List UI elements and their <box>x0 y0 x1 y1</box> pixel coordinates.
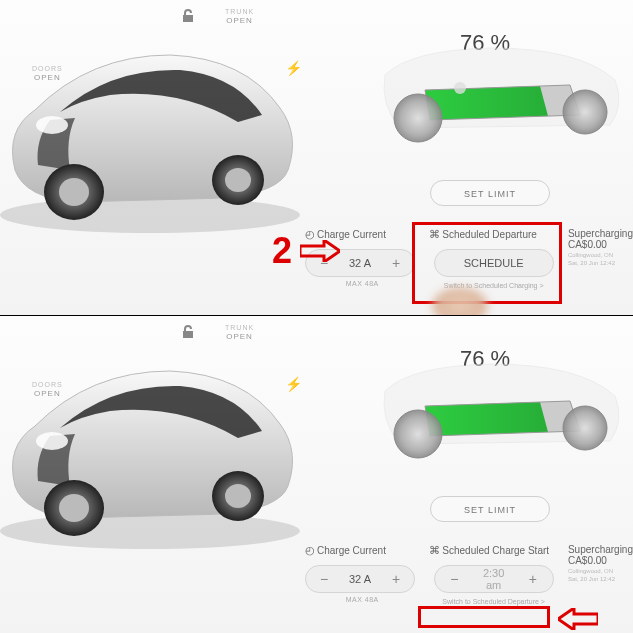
annotation-highlight-box <box>412 222 562 304</box>
vehicle-3d-render <box>0 336 320 556</box>
pin-icon: ⌘ <box>429 544 440 556</box>
supercharging-location: Collingwood, ON <box>568 568 633 574</box>
time-plus-button[interactable]: + <box>513 571 552 587</box>
supercharging-title: Supercharging <box>568 228 633 239</box>
vehicle-3d-render <box>0 20 320 240</box>
screenshot-bottom-panel: TRUNK OPEN DOORS OPEN ⚡ 76 % <box>0 316 633 633</box>
annotation-highlight-box <box>418 606 550 628</box>
svg-point-0 <box>0 197 300 233</box>
svg-point-4 <box>225 168 251 192</box>
plus-button[interactable]: + <box>378 255 414 271</box>
time-minus-button[interactable]: − <box>435 571 474 587</box>
battery-render <box>370 346 630 486</box>
charge-current-stepper[interactable]: − 32 A + <box>305 565 415 593</box>
charge-current-max: MAX 48A <box>305 280 419 287</box>
supercharging-amount: CA$0.00 <box>568 239 633 250</box>
set-limit-button[interactable]: SET LIMIT <box>430 180 550 206</box>
clock-icon: ◴ <box>305 544 315 556</box>
supercharging-section[interactable]: Supercharging CA$0.00 Collingwood, ON Sa… <box>568 228 633 308</box>
charge-current-max: MAX 48A <box>305 596 419 603</box>
annotation-arrow-icon <box>300 240 340 262</box>
scheduled-time-value: 2:30 am <box>474 567 513 591</box>
svg-point-13 <box>59 494 89 522</box>
scheduled-time-stepper[interactable]: − 2:30 am + <box>434 565 554 593</box>
supercharging-location: Collingwood, ON <box>568 252 633 258</box>
svg-point-10 <box>454 82 466 94</box>
svg-point-16 <box>36 432 68 450</box>
supercharging-title: Supercharging <box>568 544 633 555</box>
battery-render <box>370 30 630 170</box>
annotation-step-number: 2 <box>272 230 292 272</box>
screenshot-top-panel: TRUNK OPEN DOORS OPEN ⚡ <box>0 0 633 316</box>
charge-current-value: 32 A <box>342 257 378 269</box>
supercharging-date: Sat, 20 Jun 12:42 <box>568 576 633 582</box>
svg-point-2 <box>59 178 89 206</box>
svg-point-5 <box>36 116 68 134</box>
svg-point-15 <box>225 484 251 508</box>
scheduled-charge-title: ⌘Scheduled Charge Start <box>429 544 558 557</box>
svg-point-11 <box>0 513 300 549</box>
supercharging-date: Sat, 20 Jun 12:42 <box>568 260 633 266</box>
plus-button[interactable]: + <box>378 571 414 587</box>
minus-button[interactable]: − <box>306 571 342 587</box>
annotation-arrow-icon <box>558 608 598 630</box>
set-limit-button[interactable]: SET LIMIT <box>430 496 550 522</box>
clock-icon: ◴ <box>305 228 315 240</box>
charge-current-value: 32 A <box>342 573 378 585</box>
charge-current-title: ◴Charge Current <box>305 544 419 557</box>
switch-mode-link[interactable]: Switch to Scheduled Departure > <box>429 598 558 605</box>
charge-current-section: ◴Charge Current − 32 A + MAX 48A <box>305 544 419 624</box>
vehicle-render-area: TRUNK OPEN DOORS OPEN ⚡ <box>0 316 320 633</box>
supercharging-amount: CA$0.00 <box>568 555 633 566</box>
